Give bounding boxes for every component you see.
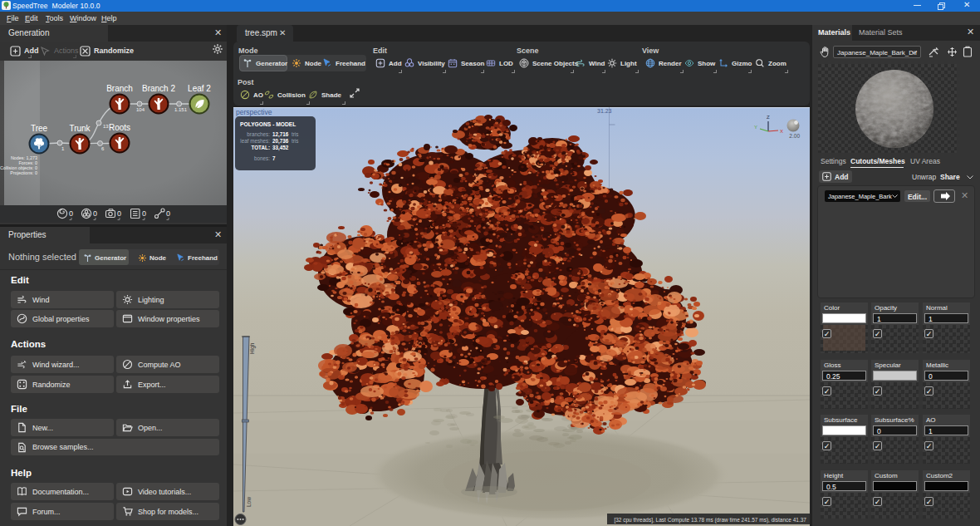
svg-text:perspective: perspective xyxy=(236,108,272,116)
svg-text:12,716: 12,716 xyxy=(272,131,289,138)
svg-text:Roots: Roots xyxy=(109,123,130,132)
svg-text:tris: tris xyxy=(292,131,298,137)
svg-text:X: X xyxy=(780,129,783,134)
svg-text:[32 cpu threads], Last Compute: [32 cpu threads], Last Compute 13.78 ms … xyxy=(614,517,806,524)
svg-text:POLYGONS - MODEL: POLYGONS - MODEL xyxy=(240,121,296,127)
svg-text:104: 104 xyxy=(136,107,145,112)
svg-text:TOTAL:: TOTAL: xyxy=(251,145,270,150)
svg-text:1.151: 1.151 xyxy=(174,107,188,112)
svg-text:Leaf 2: Leaf 2 xyxy=(188,84,211,93)
svg-text:Trunk: Trunk xyxy=(69,124,91,133)
svg-text:7: 7 xyxy=(272,155,276,161)
svg-text:33,452: 33,452 xyxy=(272,145,289,151)
svg-text:Tree: Tree xyxy=(31,124,48,133)
svg-text:0: 0 xyxy=(142,209,146,218)
svg-text:bones:: bones: xyxy=(254,155,270,161)
svg-text:0: 0 xyxy=(69,209,73,218)
svg-text:Branch 2: Branch 2 xyxy=(142,84,175,93)
svg-text:0: 0 xyxy=(93,209,97,218)
svg-text:31.23: 31.23 xyxy=(597,108,612,114)
svg-text:branches:: branches: xyxy=(247,131,270,137)
svg-text:0: 0 xyxy=(117,209,121,218)
svg-text:tris: tris xyxy=(292,138,298,144)
svg-text:2.00: 2.00 xyxy=(789,133,800,139)
svg-text:High: High xyxy=(249,342,256,354)
svg-text:20,736: 20,736 xyxy=(272,138,289,145)
svg-text:Z: Z xyxy=(767,115,770,120)
svg-text:Y: Y xyxy=(754,125,757,130)
svg-text:Low: Low xyxy=(246,497,252,507)
svg-text:0: 0 xyxy=(166,209,170,218)
svg-text:leaf meshes:: leaf meshes: xyxy=(240,138,270,144)
svg-text:Projections: 0: Projections: 0 xyxy=(10,170,37,175)
svg-text:Branch: Branch xyxy=(106,84,133,93)
